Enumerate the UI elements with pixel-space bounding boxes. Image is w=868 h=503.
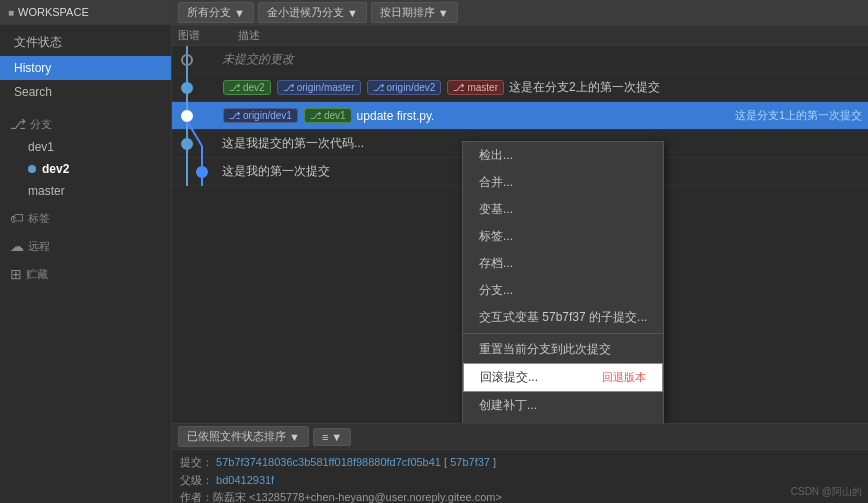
tag-dev1: ⎇dev1 [304,108,352,123]
commit-msg-c1: 这是在分支2上的第一次提交 [509,79,862,96]
ctx-item-archive[interactable]: 存档... [463,250,663,277]
history-label: History [14,61,51,75]
branch-item-master[interactable]: master [0,180,171,202]
bottom-line2: 父级： bd0412931f [180,472,860,490]
commit-hash-full: 57b7f37418036c3b581ff018f98880fd7cf05b41 [216,456,441,468]
commit-sub-msg: 这是分支1上的第一次提交 [735,108,862,123]
chevron-down-icon4: ▼ [289,431,300,443]
tag-icon: ⎇ [229,82,241,93]
workspace-header: ■ WORKSPACE [0,0,171,25]
tag-icon4: ⎇ [453,82,465,93]
ctx-revert-label: 回滚提交... [480,369,538,386]
branch-item-dev1[interactable]: dev1 [0,136,171,158]
branch-filter-btn[interactable]: 所有分支 ▼ [178,2,254,23]
stash-label: 贮藏 [26,267,48,282]
sidebar-item-search[interactable]: Search [0,80,171,104]
workspace-icon: ■ [8,7,14,18]
commit-info-c1: ⎇dev2 ⎇origin/master ⎇origin/dev2 ⎇maste… [222,79,862,96]
ctx-item-tag[interactable]: 标签... [463,223,663,250]
commit-row-uncommitted[interactable]: 未提交的更改 [172,46,868,74]
branch-icon: ⎇ [10,116,26,132]
sort-by-file-status-btn[interactable]: 已依照文件状态排序 ▼ [178,426,309,447]
ctx-revert-hint: 回退版本 [602,370,646,385]
tags-label: 标签 [28,211,50,226]
parent-hash: bd0412931f [216,474,274,486]
tag-icon6: ⎇ [310,110,322,121]
stash-icon: ⊞ [10,266,22,282]
tag-origin-master: ⎇origin/master [277,80,361,95]
commit-hash-short: 57b7f37 [450,456,490,468]
sidebar-item-history[interactable]: History [0,56,171,80]
ctx-item-create-patch[interactable]: 创建补丁... [463,392,663,419]
ctx-item-reset[interactable]: 重置当前分支到此次提交 [463,336,663,363]
bottom-toolbar: 已依照文件状态排序 ▼ ≡ ▼ [172,424,868,450]
branch-filter-btn2[interactable]: 金小进候乃分支 ▼ [258,2,367,23]
chevron-down-icon5: ▼ [331,431,342,443]
stash-group: ⊞ 贮藏 [0,258,171,286]
tags-icon: 🏷 [10,210,24,226]
sidebar: ■ WORKSPACE 文件状态 History Search ⎇ 分支 dev… [0,0,172,503]
chevron-down-icon2: ▼ [347,7,358,19]
search-label: Search [14,85,52,99]
nav-section: 文件状态 History Search [0,25,171,108]
commit-msg-c2: update first.py. [357,109,723,123]
tag-icon3: ⎇ [373,82,385,93]
context-menu: 检出... 合并... 变基... 标签... 存档... 分支... 交互式变… [462,141,664,423]
tags-group: 🏷 标签 [0,202,171,230]
branch-item-dev2[interactable]: dev2 [0,158,171,180]
bottom-panel: 已依照文件状态排序 ▼ ≡ ▼ 提交： 57b7f37418036c3b581f… [172,423,868,503]
ctx-item-merge[interactable]: 合并... [463,169,663,196]
workspace-label: WORKSPACE [18,6,89,18]
tag-dev2: ⎇dev2 [223,80,271,95]
ctx-item-interactive-rebase[interactable]: 交互式变基 57b7f37 的子提交... [463,304,663,331]
bottom-info: 提交： 57b7f37418036c3b581ff018f98880fd7cf0… [172,450,868,503]
remotes-group: ☁ 远程 [0,230,171,258]
commit-row-c1[interactable]: ⎇dev2 ⎇origin/master ⎇origin/dev2 ⎇maste… [172,74,868,102]
ctx-item-branch[interactable]: 分支... [463,277,663,304]
commit-msg-uncommitted: 未提交的更改 [222,51,862,68]
main-panel: 所有分支 ▼ 金小进候乃分支 ▼ 按日期排序 ▼ 图谱 描述 [172,0,868,503]
ctx-separator-1 [463,333,663,334]
sort-by-file-status-label: 已依照文件状态排序 [187,429,286,444]
branches-label: 分支 [30,117,52,132]
ctx-item-rebase[interactable]: 变基... [463,196,663,223]
graph-header: 图谱 描述 [172,26,868,46]
remotes-label: 远程 [28,239,50,254]
desc-col-label: 描述 [238,28,260,43]
branches-group: ⎇ 分支 [0,108,171,136]
bottom-line3: 作者：陈磊宋 <13285778+chen-heyang@user.norepl… [180,489,860,503]
file-status-label: 文件状态 [14,34,62,51]
commit-info-uncommitted: 未提交的更改 [222,51,862,68]
active-branch-dot [28,165,36,173]
ctx-item-cherry-pick[interactable]: 遴选 [463,419,663,423]
bottom-line1: 提交： 57b7f37418036c3b581ff018f98880fd7cf0… [180,454,860,472]
sidebar-item-file-status[interactable]: 文件状态 [0,29,171,56]
commit-area: 未提交的更改 ⎇dev2 ⎇origin/master ⎇origin/dev2… [172,46,868,423]
commit-row-c2[interactable]: ⎇origin/dev1 ⎇dev1 update first.py. 这是分支… [172,102,868,130]
tag-origin-dev1: ⎇origin/dev1 [223,108,298,123]
list-view-btn[interactable]: ≡ ▼ [313,428,351,446]
watermark: CSDN @阿山的 [791,485,862,499]
ctx-item-revert[interactable]: 回滚提交... 回退版本 [463,363,663,392]
graph-col-label: 图谱 [178,28,238,43]
tag-master: ⎇master [447,80,504,95]
main-toolbar: 所有分支 ▼ 金小进候乃分支 ▼ 按日期排序 ▼ [172,0,868,26]
tag-icon2: ⎇ [283,82,295,93]
chevron-down-icon: ▼ [234,7,245,19]
chevron-down-icon3: ▼ [438,7,449,19]
tag-origin-dev2: ⎇origin/dev2 [367,80,442,95]
tag-icon5: ⎇ [229,110,241,121]
sort-btn[interactable]: 按日期排序 ▼ [371,2,458,23]
ctx-item-checkout[interactable]: 检出... [463,142,663,169]
commit-info-c2: ⎇origin/dev1 ⎇dev1 update first.py. 这是分支… [222,108,862,123]
list-icon: ≡ [322,431,328,443]
remotes-icon: ☁ [10,238,24,254]
